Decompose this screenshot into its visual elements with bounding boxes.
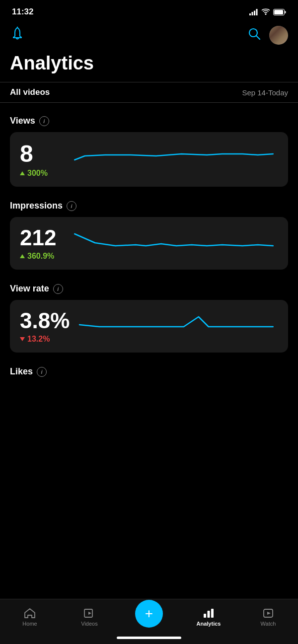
analytics-nav-icon [203,608,215,619]
signal-icon [249,9,258,15]
svg-line-10 [256,36,260,39]
status-icons [249,8,286,15]
plus-icon: + [145,607,153,621]
viewrate-info-icon[interactable]: i [53,284,63,294]
likes-section: Likes i [0,358,298,388]
header-right [247,26,288,45]
filter-all-videos[interactable]: All videos [10,87,50,97]
views-value: 8 [20,142,65,166]
views-card: 8 300% [10,132,288,187]
impressions-section: Impressions i 212 360.9% [0,192,298,275]
home-icon [24,608,36,619]
impressions-value: 212 [20,227,65,249]
impressions-card-left: 212 360.9% [20,227,65,261]
watch-icon [262,608,274,619]
search-icon[interactable] [247,27,261,44]
nav-item-watch[interactable]: Watch [238,608,298,627]
svg-rect-14 [208,611,210,618]
add-button[interactable]: + [135,600,163,628]
nav-label-watch: Watch [261,621,276,627]
header-nav [0,22,298,51]
bell-icon[interactable] [10,26,25,45]
viewrate-card: 3.8% 13.2% [10,300,288,353]
svg-rect-15 [211,609,214,618]
home-indicator [0,634,298,644]
likes-label: Likes [10,366,33,377]
nav-item-videos[interactable]: Videos [60,608,119,627]
filter-date-range: Sep 14-Today [242,88,288,97]
wifi-icon [261,8,270,15]
viewrate-down-arrow [20,337,25,341]
bottom-nav: Home Videos + Analyti [0,599,298,644]
likes-label-row: Likes i [10,366,288,377]
viewrate-section: View rate i 3.8% 13.2% [0,275,298,358]
views-label: Views [10,116,35,126]
viewrate-label-row: View rate i [10,284,288,294]
svg-rect-6 [285,11,286,13]
home-indicator-bar [117,637,181,639]
nav-label-analytics: Analytics [197,621,221,627]
viewrate-chart [74,312,278,342]
svg-rect-1 [252,12,253,15]
avatar[interactable] [269,26,288,45]
impressions-label: Impressions [10,201,63,211]
likes-info-icon[interactable]: i [37,367,47,377]
bottom-nav-items: Home Videos + Analyti [0,599,298,634]
svg-rect-3 [256,9,258,15]
videos-icon [83,608,95,619]
svg-marker-17 [267,612,271,615]
viewrate-value: 3.8% [20,310,70,332]
avatar-image [269,26,288,45]
svg-rect-13 [204,614,206,618]
views-up-arrow [20,171,25,175]
svg-rect-0 [249,13,251,15]
viewrate-label: View rate [10,284,49,294]
nav-label-home: Home [22,621,37,627]
svg-point-4 [265,13,267,15]
views-label-row: Views i [10,116,288,126]
nav-item-add[interactable]: + [119,607,179,628]
views-chart [70,145,278,175]
views-section: Views i 8 300% [0,107,298,192]
views-card-left: 8 300% [20,142,65,178]
svg-marker-12 [88,612,91,615]
battery-icon [273,9,286,15]
impressions-change: 360.9% [20,252,65,261]
nav-item-home[interactable]: Home [0,608,60,627]
viewrate-card-left: 3.8% 13.2% [20,310,70,344]
nav-item-analytics[interactable]: Analytics [179,608,238,627]
viewrate-change: 13.2% [20,335,70,344]
views-info-icon[interactable]: i [39,116,49,126]
impressions-card: 212 360.9% [10,217,288,270]
impressions-info-icon[interactable]: i [67,201,76,211]
impressions-up-arrow [20,254,25,258]
nav-label-videos: Videos [81,621,97,627]
svg-rect-2 [254,10,255,15]
impressions-label-row: Impressions i [10,201,288,211]
status-time: 11:32 [12,7,33,17]
views-change: 300% [20,169,65,178]
filter-row: All videos Sep 14-Today [0,82,298,103]
bar-chart-icon [203,608,215,619]
impressions-chart [70,229,278,259]
svg-rect-7 [274,10,283,14]
page-title: Analytics [0,51,298,82]
status-bar: 11:32 [0,0,298,22]
